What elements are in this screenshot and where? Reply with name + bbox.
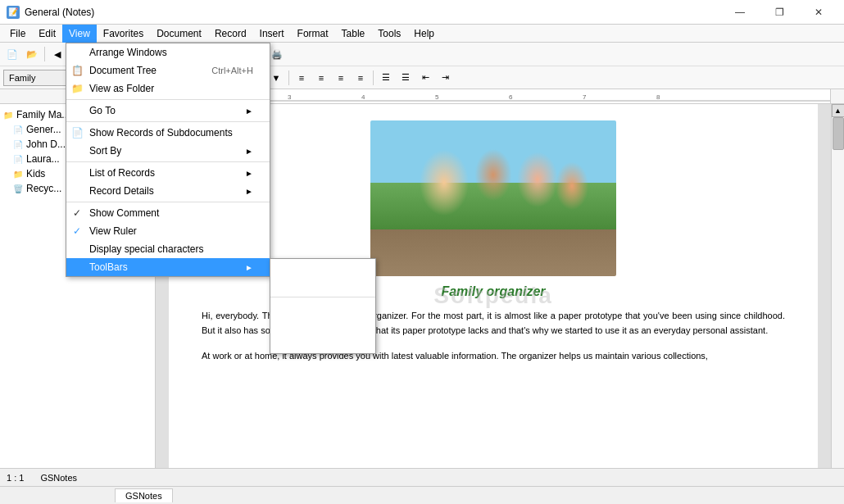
svg-text:3: 3 — [288, 93, 292, 101]
menu-tools[interactable]: Tools — [371, 25, 407, 43]
submenu-fix-label: Fix — [293, 338, 306, 350]
close-button[interactable]: ✕ — [800, 0, 837, 25]
go-to-arrow: ► — [245, 107, 253, 116]
menu-format[interactable]: Format — [291, 25, 335, 43]
submenu-fix[interactable]: Fix — [270, 335, 375, 353]
family-image — [370, 120, 616, 276]
maximize-button[interactable]: ❐ — [760, 0, 798, 25]
list-of-records-label: List of Records — [89, 167, 155, 179]
list-of-records-arrow: ► — [245, 169, 253, 178]
submenu-standard[interactable]: ✓ Standard — [270, 259, 375, 277]
scroll-up-button[interactable]: ▲ — [832, 104, 845, 117]
svg-text:7: 7 — [583, 93, 587, 101]
menu-insert[interactable]: Insert — [253, 25, 291, 43]
standard-check: ✓ — [277, 262, 285, 274]
submenu-reset[interactable]: Reset — [270, 317, 375, 335]
tb-align-right[interactable]: ≡ — [332, 69, 350, 87]
tree-item-label-2: John D... — [26, 138, 66, 150]
scroll-thumb[interactable] — [833, 117, 844, 150]
menu-file[interactable]: File — [3, 25, 32, 43]
tb-back[interactable]: ◀ — [48, 45, 66, 63]
tb-sep-8 — [288, 70, 289, 85]
list-of-records-item[interactable]: List of Records ► — [66, 164, 270, 182]
scroll-track[interactable] — [832, 117, 845, 474]
tree-item-label-5: Recyc... — [26, 183, 61, 194]
toolbars-submenu: ✓ Standard ✓ Format Customize... Reset F… — [270, 258, 376, 354]
tree-item-label-1: Gener... — [26, 124, 61, 135]
menu-sep-2 — [66, 121, 270, 122]
tb-align-left[interactable]: ≡ — [293, 69, 311, 87]
menu-table[interactable]: Table — [335, 25, 372, 43]
tb-list-ul[interactable]: ☰ — [377, 69, 395, 87]
format-check: ✓ — [277, 280, 285, 292]
document-tree-item[interactable]: 📋 Document Tree Ctrl+Alt+H — [66, 61, 270, 79]
display-special-label: Display special characters — [89, 243, 203, 255]
arrange-windows-item[interactable]: Arrange Windows — [66, 43, 270, 61]
display-special-item[interactable]: Display special characters — [66, 240, 270, 258]
menu-record[interactable]: Record — [208, 25, 253, 43]
submenu-customize[interactable]: Customize... — [270, 299, 375, 317]
menu-help[interactable]: Help — [407, 25, 441, 43]
tb-list-ol[interactable]: ☰ — [397, 69, 415, 87]
sort-by-item[interactable]: Sort By ► — [66, 142, 270, 160]
minimize-button[interactable]: — — [721, 0, 759, 25]
menu-favorites[interactable]: Favorites — [97, 25, 150, 43]
title-bar-left: 📝 General (Notes) — [7, 6, 94, 19]
toolbars-arrow: ► — [245, 263, 253, 272]
menu-edit[interactable]: Edit — [32, 25, 62, 43]
show-comment-check: ✓ — [73, 207, 81, 219]
tb-align-justify[interactable]: ≡ — [352, 69, 370, 87]
menu-sep-3 — [66, 161, 270, 162]
view-as-folder-item[interactable]: 📁 View as Folder — [66, 79, 270, 98]
submenu-customize-label: Customize... — [293, 302, 348, 314]
show-comment-item[interactable]: ✓ Show Comment — [66, 204, 270, 222]
record-details-item[interactable]: Record Details ► — [66, 182, 270, 200]
go-to-item[interactable]: Go To ► — [66, 102, 270, 120]
tb-indent-less[interactable]: ⇤ — [416, 69, 434, 87]
submenu-reset-label: Reset — [293, 320, 319, 332]
show-records-icon: 📄 — [71, 127, 84, 138]
view-ruler-item[interactable]: ✓ View Ruler — [66, 222, 270, 240]
svg-text:8: 8 — [656, 93, 660, 101]
tb-indent-more[interactable]: ⇥ — [436, 69, 454, 87]
tb-new[interactable]: 📄 — [3, 45, 21, 63]
toolbars-item[interactable]: ToolBars ► ✓ Standard ✓ Format Customize… — [66, 258, 270, 276]
submenu-format-label: Format — [293, 280, 324, 292]
show-records-item[interactable]: 📄 Show Records of Subdocuments — [66, 124, 270, 142]
document-tree-icon: 📋 — [71, 65, 84, 76]
show-comment-label: Show Comment — [89, 207, 159, 219]
menu-sep-4 — [66, 202, 270, 202]
svg-text:6: 6 — [509, 93, 513, 101]
tb-sep-1 — [44, 47, 45, 61]
title-bar: 📝 General (Notes) — ❐ ✕ — [0, 0, 844, 25]
title-bar-controls: — ❐ ✕ — [721, 0, 837, 25]
tb-align-center[interactable]: ≡ — [312, 69, 330, 87]
sort-by-label: Sort By — [89, 145, 121, 157]
arrange-windows-label: Arrange Windows — [89, 47, 167, 58]
tree-folder-icon-kids: 📁 — [13, 170, 23, 179]
record-details-label: Record Details — [89, 185, 154, 197]
submenu-standard-label: Standard — [293, 262, 334, 274]
menu-document[interactable]: Document — [150, 25, 208, 43]
view-menu-dropdown: Arrange Windows 📋 Document Tree Ctrl+Alt… — [66, 43, 270, 277]
svg-text:5: 5 — [435, 93, 439, 101]
sort-by-arrow: ► — [245, 147, 253, 156]
scrollbar-vertical[interactable]: ▲ ▼ — [831, 104, 844, 487]
app-icon: 📝 — [7, 6, 20, 19]
status-tab: GSNotes — [40, 473, 77, 483]
submenu-sep — [270, 297, 375, 297]
menu-view[interactable]: View — [62, 25, 97, 43]
tree-item-label-4: Kids — [26, 168, 45, 179]
tb-print[interactable]: 🖨️ — [268, 45, 286, 63]
view-ruler-check: ✓ — [73, 225, 81, 237]
tree-item-label-3: Laura... — [26, 153, 60, 165]
tree-recycle-icon: 🗑️ — [13, 184, 23, 193]
submenu-format[interactable]: ✓ Format — [270, 277, 375, 295]
status-bar: 1 : 1 GSNotes — [0, 468, 844, 486]
tree-note-icon-1: 📄 — [13, 125, 23, 134]
show-records-label: Show Records of Subdocuments — [89, 127, 233, 138]
gsnotes-tab[interactable]: GSNotes — [115, 488, 173, 502]
tb-sep-9 — [373, 70, 374, 85]
record-details-arrow: ► — [245, 187, 253, 196]
tb-open[interactable]: 📂 — [23, 45, 41, 63]
